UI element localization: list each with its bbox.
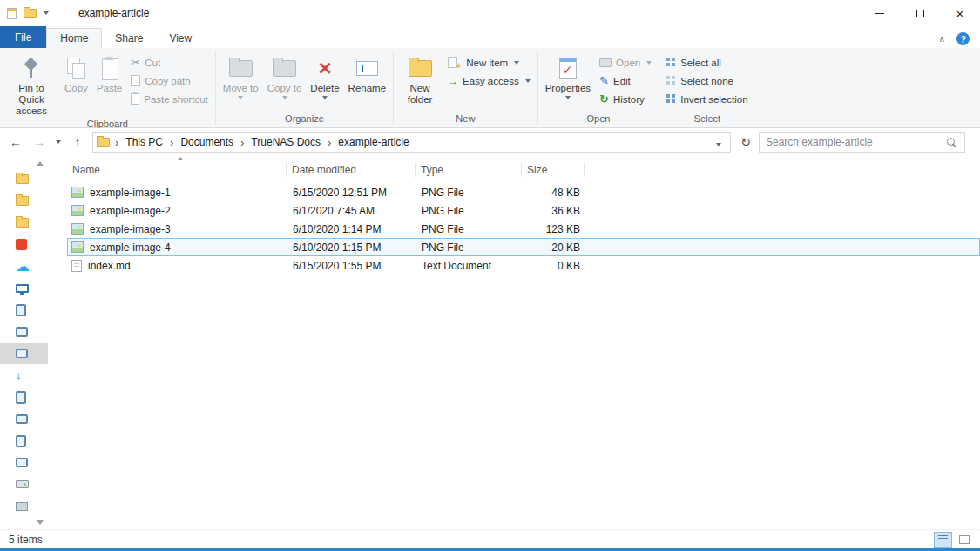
delete-button[interactable]: × Delete xyxy=(306,51,343,99)
sidebar-item-folder[interactable] xyxy=(0,190,48,212)
new-group-label: New xyxy=(394,112,537,127)
breadcrumb-documents[interactable]: Documents xyxy=(179,136,235,148)
folder-icon xyxy=(16,218,29,228)
invert-selection-button[interactable]: Invert selection xyxy=(662,90,752,108)
forward-button[interactable]: → xyxy=(29,132,50,153)
minimize-button[interactable] xyxy=(860,0,900,26)
device-icon xyxy=(16,304,26,316)
tab-view[interactable]: View xyxy=(156,29,205,48)
copy-path-button[interactable]: Copy path xyxy=(126,71,213,90)
nav-scroll-down[interactable] xyxy=(0,517,48,527)
refresh-button[interactable]: ↻ xyxy=(735,132,756,153)
sidebar-item-device[interactable] xyxy=(0,430,48,452)
file-row[interactable]: example-image-3 6/10/2020 1:14 PM PNG Fi… xyxy=(67,220,980,238)
back-button[interactable]: ← xyxy=(5,132,26,153)
sidebar-item-folder[interactable] xyxy=(0,212,48,234)
breadcrumb[interactable]: › This PC › Documents › TrueNAS Docs › e… xyxy=(92,132,731,153)
help-icon[interactable]: ? xyxy=(956,32,970,45)
sidebar-item-this-pc[interactable] xyxy=(0,277,48,299)
sidebar-item-quick-access-folder[interactable] xyxy=(0,168,48,190)
scroll-down-icon xyxy=(37,520,44,525)
tab-home[interactable]: Home xyxy=(46,28,102,48)
delete-dropdown-icon xyxy=(322,96,328,99)
sidebar-item-downloads[interactable]: ↓ xyxy=(0,364,48,386)
navigation-items: ☁ ↓ xyxy=(0,168,48,517)
sidebar-item-drive[interactable] xyxy=(0,473,48,495)
details-view-icon xyxy=(938,535,948,543)
sidebar-item-device[interactable] xyxy=(0,321,48,343)
ribbon-tab-bar: File Home Share View ∧ ? xyxy=(0,26,980,48)
column-header-date-modified[interactable]: Date modified xyxy=(287,163,416,177)
crumb-separator-icon: › xyxy=(322,136,336,149)
edit-button[interactable]: ✎ Edit xyxy=(595,71,656,90)
sidebar-item-device[interactable] xyxy=(0,452,48,473)
thumbnails-view-button[interactable] xyxy=(955,532,973,548)
rename-icon xyxy=(356,61,378,76)
tab-file[interactable]: File xyxy=(0,26,46,48)
search-input[interactable] xyxy=(760,136,946,148)
new-folder-button[interactable]: New folder xyxy=(396,51,443,105)
pin-to-quick-access-button[interactable]: Pin to Quick access xyxy=(3,51,60,117)
move-to-button[interactable]: Move to xyxy=(219,51,263,99)
search-icon[interactable] xyxy=(946,137,957,148)
properties-button[interactable]: ✓ Properties xyxy=(541,51,595,99)
sidebar-item-selected[interactable] xyxy=(0,343,48,364)
column-header-type[interactable]: Type xyxy=(416,163,522,177)
status-bar: 5 items xyxy=(0,529,980,548)
easy-access-button[interactable]: → Easy access xyxy=(443,71,535,90)
device-icon xyxy=(16,414,28,424)
qat-customize-icon[interactable] xyxy=(44,11,49,15)
device-icon xyxy=(16,435,26,447)
close-button[interactable]: × xyxy=(940,0,980,26)
maximize-button[interactable] xyxy=(900,0,940,26)
recent-locations-button[interactable] xyxy=(52,140,64,144)
breadcrumb-truenas-docs[interactable]: TrueNAS Docs xyxy=(249,136,322,148)
sidebar-item-onedrive[interactable]: ☁ xyxy=(0,255,48,277)
column-header-name[interactable]: Name xyxy=(67,163,287,177)
details-view-button[interactable] xyxy=(934,532,952,548)
sidebar-item-device[interactable] xyxy=(0,299,48,321)
folder-icon[interactable] xyxy=(24,9,37,18)
column-header-size[interactable]: Size xyxy=(522,163,585,177)
select-none-button[interactable]: Select none xyxy=(662,71,752,90)
rename-button[interactable]: Rename xyxy=(344,51,390,94)
properties-icon: ✓ xyxy=(559,58,577,79)
cut-button[interactable]: ✂ Cut xyxy=(126,53,213,71)
sidebar-item-device[interactable] xyxy=(0,386,48,408)
up-button[interactable]: ↑ xyxy=(67,132,88,153)
file-rows: example-image-1 6/15/2020 12:51 PM PNG F… xyxy=(67,180,980,275)
tab-share[interactable]: Share xyxy=(102,29,156,48)
file-row-selected[interactable]: example-image-4 6/10/2020 1:15 PM PNG Fi… xyxy=(67,238,980,256)
file-explorer-window: example-article × File Home Share View ∧… xyxy=(0,0,980,551)
file-row[interactable]: example-image-2 6/1/2020 7:45 AM PNG Fil… xyxy=(67,201,980,220)
file-row[interactable]: index.md 6/15/2020 1:55 PM Text Document… xyxy=(67,256,980,275)
breadcrumb-example-article[interactable]: example-article xyxy=(336,136,410,148)
sort-ascending-icon xyxy=(177,157,184,160)
collapse-ribbon-icon[interactable]: ∧ xyxy=(939,34,945,44)
breadcrumb-this-pc[interactable]: This PC xyxy=(124,136,165,148)
sidebar-item-device[interactable] xyxy=(0,408,48,430)
paste-shortcut-button[interactable]: Paste shortcut xyxy=(126,90,213,108)
address-folder-icon xyxy=(97,138,110,147)
paste-button[interactable]: Paste xyxy=(92,51,126,94)
quick-access-toolbar xyxy=(7,8,49,19)
move-to-dropdown-icon xyxy=(238,96,243,99)
sidebar-item-app[interactable] xyxy=(0,234,48,255)
nav-scroll-up[interactable] xyxy=(0,158,48,168)
paste-shortcut-icon xyxy=(131,93,139,105)
properties-icon[interactable] xyxy=(7,8,17,19)
easy-access-dropdown-icon xyxy=(525,79,531,83)
sidebar-item-network[interactable] xyxy=(0,495,48,517)
file-row[interactable]: example-image-1 6/15/2020 12:51 PM PNG F… xyxy=(67,183,980,201)
copy-button[interactable]: Copy xyxy=(60,51,92,94)
new-item-dropdown-icon xyxy=(514,61,519,65)
ribbon-group-organize: Move to Copy to × Delete Rename xyxy=(216,48,393,127)
address-dropdown-icon[interactable] xyxy=(711,134,727,150)
history-button[interactable]: ↻ History xyxy=(595,90,656,108)
network-icon xyxy=(16,502,28,511)
select-all-button[interactable]: Select all xyxy=(662,53,752,71)
copy-to-button[interactable]: Copy to xyxy=(263,51,307,99)
open-button[interactable]: Open xyxy=(595,53,656,71)
main-area: ☁ ↓ Name Date modified Type Size xyxy=(0,156,980,529)
new-item-button[interactable]: ★ New item xyxy=(443,53,535,71)
